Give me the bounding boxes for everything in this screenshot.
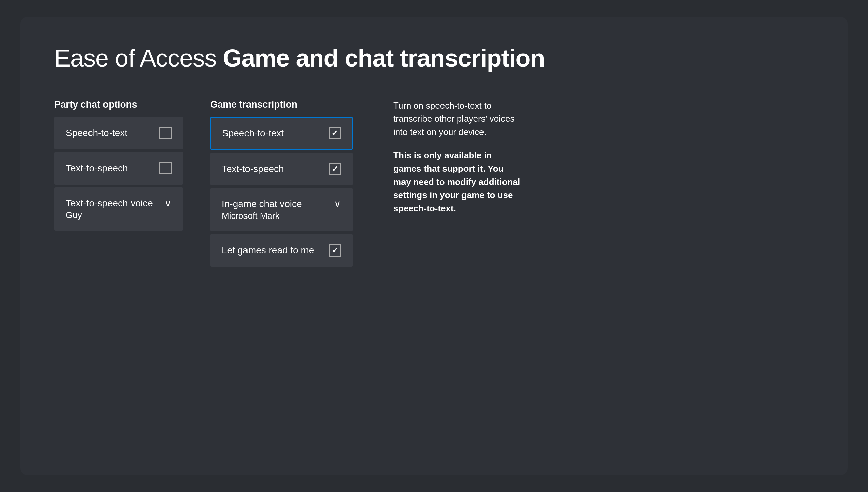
party-tts-voice-row: Text-to-speech voice ∨	[66, 197, 172, 209]
party-text-to-speech-checkbox[interactable]	[159, 162, 172, 174]
party-tts-voice-label: Text-to-speech voice	[66, 198, 153, 209]
game-text-to-speech-item[interactable]: Text-to-speech	[210, 153, 353, 185]
game-chat-voice-label: In-game chat voice	[222, 198, 302, 209]
party-text-to-speech-item[interactable]: Text-to-speech	[54, 152, 183, 185]
party-speech-to-text-label: Speech-to-text	[66, 128, 127, 138]
party-tts-voice-item[interactable]: Text-to-speech voice ∨ Guy	[54, 187, 183, 231]
game-text-to-speech-label: Text-to-speech	[222, 164, 284, 174]
party-tts-voice-value: Guy	[66, 210, 82, 221]
game-chat-voice-value: Microsoft Mark	[222, 211, 279, 221]
title-prefix: Ease of Access	[54, 44, 216, 72]
description-paragraph-2: This is only available in games that sup…	[393, 149, 522, 215]
party-speech-to-text-checkbox[interactable]	[159, 127, 172, 139]
party-chat-section: Party chat options Speech-to-text Text-t…	[54, 99, 183, 231]
description-paragraph-1: Turn on speech-to-text to transcribe oth…	[393, 99, 522, 139]
game-chat-voice-chevron-icon: ∨	[334, 198, 341, 209]
game-transcription-options: Speech-to-text Text-to-speech In-game ch…	[210, 117, 353, 267]
game-chat-voice-item[interactable]: In-game chat voice ∨ Microsoft Mark	[210, 188, 353, 231]
party-chat-title: Party chat options	[54, 99, 183, 110]
page-title: Ease of Access Game and chat transcripti…	[54, 44, 814, 72]
game-chat-voice-row: In-game chat voice ∨	[222, 198, 341, 209]
game-speech-to-text-item[interactable]: Speech-to-text	[210, 117, 353, 150]
party-chat-options: Speech-to-text Text-to-speech Text-to-sp…	[54, 117, 183, 231]
party-tts-voice-chevron-icon: ∨	[164, 197, 172, 209]
description-panel: Turn on speech-to-text to transcribe oth…	[380, 99, 522, 225]
party-speech-to-text-item[interactable]: Speech-to-text	[54, 117, 183, 149]
game-transcription-title: Game transcription	[210, 99, 353, 110]
game-let-read-label: Let games read to me	[222, 245, 314, 256]
settings-screen: Ease of Access Game and chat transcripti…	[20, 17, 848, 475]
description-text: Turn on speech-to-text to transcribe oth…	[393, 99, 522, 215]
game-let-read-item[interactable]: Let games read to me	[210, 234, 353, 267]
game-let-read-checkbox[interactable]	[329, 244, 341, 257]
game-transcription-section: Game transcription Speech-to-text Text-t…	[210, 99, 353, 267]
party-text-to-speech-label: Text-to-speech	[66, 163, 128, 174]
game-speech-to-text-label: Speech-to-text	[222, 128, 284, 139]
content-area: Party chat options Speech-to-text Text-t…	[54, 99, 814, 267]
game-text-to-speech-checkbox[interactable]	[329, 163, 341, 175]
title-main: Game and chat transcription	[223, 44, 545, 72]
game-speech-to-text-checkbox[interactable]	[329, 127, 341, 139]
